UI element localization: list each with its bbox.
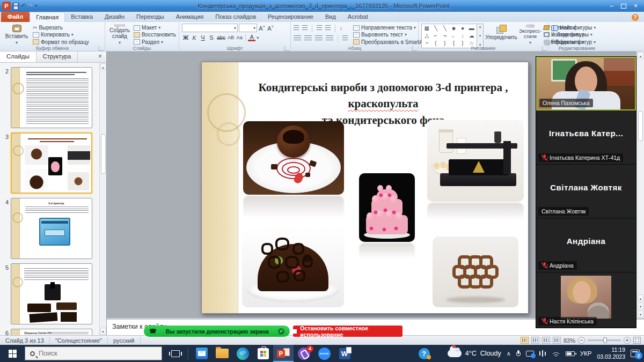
tab-view[interactable]: Вид (319, 12, 342, 22)
increase-indent-icon[interactable] (325, 25, 331, 31)
zoom-slider[interactable] (588, 339, 621, 341)
tab-outline[interactable]: Структура (36, 51, 78, 62)
align-center-icon[interactable] (304, 35, 312, 41)
numbering-icon[interactable] (302, 25, 308, 31)
taskbar-app-powerpoint-active[interactable]: P (273, 345, 294, 362)
tab-slideshow[interactable]: Показ слайдов (209, 12, 262, 22)
decrease-indent-icon[interactable] (317, 25, 322, 31)
slide-thumbnail-3-selected[interactable]: 3 (1, 132, 98, 194)
participant-tile[interactable]: Андріана Андріана (536, 218, 636, 272)
paragraph-dialog-launcher-icon[interactable] (412, 46, 417, 51)
language-indicator[interactable]: русский (108, 337, 140, 344)
tab-file[interactable]: Файл (1, 12, 30, 22)
tab-home[interactable]: Главная (30, 12, 65, 22)
font-size-select[interactable]: ▾ (239, 24, 257, 32)
image-chocolate-hex-lattice[interactable] (433, 237, 518, 307)
slide-thumbnail-6[interactable]: 6 3Dпринтер ChefJet Pro (1, 329, 98, 335)
taskbar-search[interactable] (25, 346, 162, 360)
find-button[interactable]: Найти (551, 25, 585, 31)
scroll-down-icon[interactable]: ▾ (100, 328, 106, 335)
participant-video-tile[interactable]: Олена Пахомська (536, 57, 636, 110)
change-case-button[interactable]: Аа (236, 35, 243, 40)
image-pink-bubble-cake[interactable] (359, 173, 415, 242)
current-slide[interactable]: Кондитерські вироби з допомогою 3-d прин… (201, 62, 529, 314)
shapes-gallery-scrollbar[interactable]: ▴▾▾ (477, 24, 484, 48)
action-center-icon[interactable]: 2 (631, 350, 640, 357)
clipboard-dialog-launcher-icon[interactable] (99, 46, 104, 51)
zoom-out-button[interactable]: − (578, 337, 585, 344)
tab-slides-thumbnails[interactable]: Слайды (0, 51, 36, 62)
taskbar-help-button[interactable]: ? (414, 345, 434, 362)
bold-button[interactable]: Ж (182, 34, 189, 41)
arrange-button[interactable]: Упорядочить (486, 24, 517, 45)
taskbar-app-viber[interactable]: 4 (294, 345, 314, 362)
previous-slide-icon[interactable]: ▴ (638, 294, 643, 301)
taskbar-app-mail[interactable] (192, 345, 212, 362)
text-shadow-button[interactable]: S (208, 34, 215, 41)
slideshow-view-button[interactable] (553, 337, 561, 344)
tab-acrobat[interactable]: Acrobat (342, 12, 374, 22)
italic-button[interactable]: К (191, 34, 198, 41)
font-dialog-launcher-icon[interactable] (284, 46, 289, 51)
tab-animation[interactable]: Анимация (170, 12, 210, 22)
restore-button[interactable] (621, 4, 626, 9)
cut-button[interactable]: ✂Вырезать (33, 25, 89, 31)
vertical-scrollbar[interactable]: ▴ ▴ ▾ ▾ (636, 51, 644, 318)
close-button[interactable]: × (634, 3, 638, 9)
next-slide-icon[interactable]: ▾ (638, 302, 643, 309)
minimize-button[interactable]: – (610, 3, 613, 9)
strikethrough-button[interactable]: abc (216, 35, 226, 41)
font-color-button[interactable]: А (248, 34, 255, 41)
drawing-dialog-launcher-icon[interactable] (542, 46, 547, 51)
stop-sharing-button[interactable]: Остановить совместное использование (293, 326, 402, 337)
font-name-select[interactable]: ▾ (182, 24, 238, 32)
section-button[interactable]: Раздел▾ (134, 39, 176, 45)
columns-icon[interactable] (342, 35, 348, 41)
participant-photo-tile[interactable]: Настя Кліпінська (536, 272, 636, 328)
tab-insert[interactable]: Вставка (65, 12, 99, 22)
save-icon[interactable] (12, 3, 19, 10)
slide-sorter-view-button[interactable] (531, 337, 539, 344)
slide-thumbnail-4[interactable]: 4 3-d принтер (1, 198, 98, 259)
paste-button[interactable]: Вставить ▾ (3, 24, 31, 45)
line-spacing-icon[interactable]: ↕ (340, 25, 342, 31)
taskbar-app-store[interactable] (253, 345, 273, 362)
bullets-icon[interactable] (294, 25, 299, 31)
underline-button[interactable]: Ч (199, 34, 207, 41)
taskbar-app-word[interactable]: W (334, 345, 355, 362)
scroll-up-icon[interactable]: ▴ (100, 63, 106, 70)
slides-panel-scrollbar[interactable]: ▴ ▾ (99, 63, 106, 335)
redo-icon[interactable]: ↷ (28, 3, 33, 9)
new-slide-button[interactable]: Создать слайд ▾ (108, 24, 131, 45)
clock[interactable]: 11:19 03.03.2023 (597, 346, 625, 360)
tab-review[interactable]: Рецензирование (262, 12, 319, 22)
participant-tile[interactable]: Світлана Жовтяк Світлана Жовтяк (536, 165, 636, 219)
task-view-button[interactable] (166, 345, 185, 362)
taskbar-app-file-explorer[interactable] (212, 345, 232, 362)
wifi-icon[interactable] (552, 351, 560, 357)
taskbar-app-edge[interactable] (232, 345, 253, 362)
volume-mixer-icon[interactable] (539, 350, 546, 357)
layout-button[interactable]: Макет▾ (134, 25, 176, 31)
copy-button[interactable]: Копировать▾ (33, 32, 89, 38)
grow-font-button[interactable]: А˄ (258, 25, 266, 32)
quick-styles-button[interactable]: Экспресс-стили ▾ (519, 24, 541, 45)
battery-icon[interactable] (566, 351, 575, 356)
microphone-tray-icon[interactable] (516, 350, 521, 357)
participant-tile[interactable]: Ігнатьєва Катер... Ігнатьєва Катерина ХТ… (536, 110, 636, 165)
scroll-up-icon[interactable]: ▴ (638, 52, 643, 59)
theme-name[interactable]: "Солнцестояние" (50, 337, 108, 344)
tab-design[interactable]: Дизайн (99, 12, 130, 22)
zoom-percentage[interactable]: 83% (564, 337, 575, 344)
slide-thumbnail-2[interactable]: 2 (1, 67, 98, 128)
weather-widget[interactable]: 4°C Cloudy (448, 350, 501, 357)
normal-view-button[interactable] (521, 337, 529, 344)
screen-share-tray-icon[interactable] (526, 351, 534, 357)
align-left-icon[interactable] (294, 35, 301, 41)
keyboard-language[interactable]: УКР (580, 350, 592, 357)
scroll-down-icon[interactable]: ▾ (638, 311, 643, 317)
image-chocolate-lattice-dome[interactable] (242, 225, 344, 307)
shrink-font-button[interactable]: А˅ (267, 25, 274, 32)
slide-thumbnail-5[interactable]: 5 (1, 263, 98, 324)
undo-icon[interactable]: ↶ (21, 3, 26, 9)
